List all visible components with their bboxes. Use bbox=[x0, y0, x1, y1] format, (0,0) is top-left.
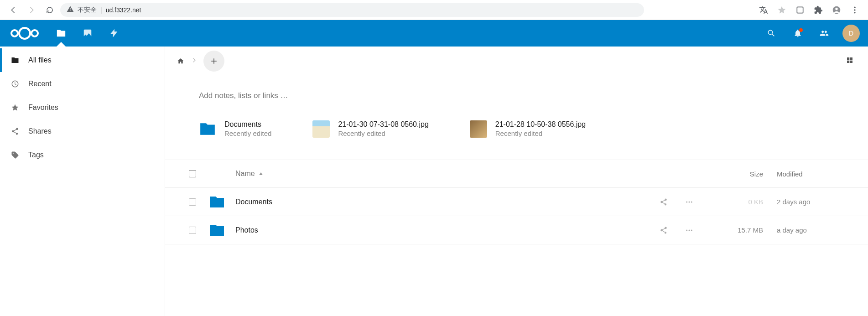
svg-point-5 bbox=[854, 12, 855, 13]
nav-tab-photos[interactable] bbox=[76, 20, 99, 47]
translate-icon[interactable] bbox=[756, 2, 771, 18]
notification-dot bbox=[799, 28, 803, 32]
recent-item-title: Documents bbox=[224, 120, 271, 129]
svg-point-14 bbox=[691, 229, 692, 231]
recent-item-documents[interactable]: Documents Recently edited bbox=[199, 120, 271, 140]
folder-icon bbox=[199, 120, 216, 140]
more-actions-button[interactable] bbox=[684, 225, 694, 235]
share-button[interactable] bbox=[659, 197, 669, 207]
recent-item-title: 21-01-28 10-50-38 0556.jpg bbox=[495, 120, 586, 129]
extensions-icon[interactable] bbox=[811, 2, 826, 18]
svg-point-13 bbox=[689, 229, 690, 231]
sidebar-item-all-files[interactable]: All files bbox=[0, 48, 165, 72]
sidebar-item-shares[interactable]: Shares bbox=[0, 119, 165, 143]
app-logo[interactable] bbox=[8, 25, 41, 41]
address-url: ud.f3322.net bbox=[106, 6, 141, 14]
sidebar-item-label: Tags bbox=[28, 151, 44, 159]
lightning-icon bbox=[109, 28, 119, 38]
search-icon bbox=[767, 29, 776, 38]
bookmark-star-icon[interactable] bbox=[774, 2, 790, 18]
notes-input[interactable] bbox=[199, 91, 381, 100]
browser-address-bar[interactable]: 不安全 | ud.f3322.net bbox=[60, 3, 644, 17]
sidebar-item-favorites[interactable]: Favorites bbox=[0, 96, 165, 119]
breadcrumb-home[interactable] bbox=[174, 55, 187, 67]
row-checkbox[interactable] bbox=[189, 227, 196, 234]
nav-tab-activity[interactable] bbox=[102, 20, 126, 47]
svg-rect-0 bbox=[797, 7, 803, 13]
main-content: Documents Recently edited 21-01-30 07-31… bbox=[165, 47, 868, 316]
table-header: Name Size Modified bbox=[165, 160, 868, 188]
sidebar-item-label: Recent bbox=[28, 80, 52, 88]
grid-icon bbox=[846, 56, 854, 64]
home-icon bbox=[177, 57, 184, 65]
select-all-checkbox[interactable] bbox=[189, 170, 196, 177]
sidebar-item-label: Favorites bbox=[28, 104, 58, 112]
recent-item-image-1[interactable]: 21-01-30 07-31-08 0560.jpg Recently edit… bbox=[312, 120, 428, 140]
recent-item-title: 21-01-30 07-31-08 0560.jpg bbox=[338, 120, 428, 129]
contacts-icon bbox=[820, 29, 829, 38]
sidebar: All files Recent Favorites Shares Tags bbox=[0, 47, 165, 316]
view-toggle-button[interactable] bbox=[843, 54, 856, 67]
column-header-modified[interactable]: Modified bbox=[777, 170, 868, 178]
nav-tab-files[interactable] bbox=[49, 20, 73, 47]
user-avatar[interactable]: D bbox=[842, 25, 860, 42]
new-button[interactable] bbox=[203, 51, 224, 72]
chevron-right-icon bbox=[191, 57, 198, 64]
notifications-button[interactable] bbox=[790, 25, 806, 41]
folder-icon bbox=[56, 28, 66, 38]
file-name: Documents bbox=[235, 198, 645, 206]
browser-reload-button[interactable] bbox=[42, 2, 57, 18]
svg-point-9 bbox=[686, 201, 687, 202]
image-thumbnail bbox=[312, 120, 330, 138]
svg-point-8 bbox=[31, 30, 38, 36]
security-label: 不安全 bbox=[78, 6, 97, 14]
tag-icon bbox=[11, 151, 19, 159]
browser-chrome-bar: 不安全 | ud.f3322.net bbox=[0, 0, 868, 20]
sidebar-item-tags[interactable]: Tags bbox=[0, 143, 165, 167]
file-table: Name Size Modified Documents 0 KB 2 days… bbox=[165, 160, 868, 244]
file-modified: 2 days ago bbox=[777, 198, 868, 206]
clock-icon bbox=[11, 80, 19, 88]
table-row[interactable]: Photos 15.7 MB a day ago bbox=[165, 216, 868, 244]
sidebar-item-label: All files bbox=[28, 56, 52, 64]
avatar-initial: D bbox=[849, 30, 853, 37]
contacts-button[interactable] bbox=[816, 25, 832, 41]
more-actions-button[interactable] bbox=[684, 197, 694, 207]
svg-point-4 bbox=[854, 9, 855, 10]
svg-point-2 bbox=[835, 7, 837, 10]
file-modified: a day ago bbox=[777, 226, 868, 234]
profile-icon[interactable] bbox=[829, 2, 844, 18]
folder-icon bbox=[209, 194, 235, 210]
browser-menu-icon[interactable] bbox=[847, 2, 863, 18]
column-header-size[interactable]: Size bbox=[708, 170, 777, 178]
svg-point-11 bbox=[691, 201, 692, 202]
recent-item-subtitle: Recently edited bbox=[495, 130, 586, 137]
svg-point-10 bbox=[689, 201, 690, 202]
image-thumbnail bbox=[470, 120, 487, 138]
sidebar-item-recent[interactable]: Recent bbox=[0, 72, 165, 96]
column-header-name[interactable]: Name bbox=[235, 170, 645, 178]
search-button[interactable] bbox=[763, 25, 780, 41]
recent-item-subtitle: Recently edited bbox=[224, 130, 271, 137]
svg-point-6 bbox=[11, 30, 18, 36]
insecure-icon bbox=[67, 5, 74, 14]
folder-icon bbox=[11, 56, 19, 64]
browser-forward-button[interactable] bbox=[24, 2, 39, 18]
header-right: D bbox=[763, 25, 860, 42]
file-size: 0 KB bbox=[708, 198, 777, 206]
share-icon bbox=[11, 127, 19, 135]
share-button[interactable] bbox=[659, 225, 669, 235]
image-icon bbox=[83, 28, 93, 38]
reading-list-icon[interactable] bbox=[792, 2, 808, 18]
sort-asc-icon bbox=[259, 171, 263, 176]
star-icon bbox=[11, 104, 19, 112]
svg-point-7 bbox=[19, 28, 30, 39]
browser-back-button[interactable] bbox=[5, 2, 21, 18]
breadcrumb-bar bbox=[165, 47, 868, 76]
breadcrumb-separator bbox=[191, 57, 198, 66]
plus-icon bbox=[209, 57, 218, 66]
table-row[interactable]: Documents 0 KB 2 days ago bbox=[165, 188, 868, 216]
row-checkbox[interactable] bbox=[189, 198, 196, 206]
recent-item-image-2[interactable]: 21-01-28 10-50-38 0556.jpg Recently edit… bbox=[470, 120, 586, 140]
svg-point-12 bbox=[686, 229, 687, 231]
